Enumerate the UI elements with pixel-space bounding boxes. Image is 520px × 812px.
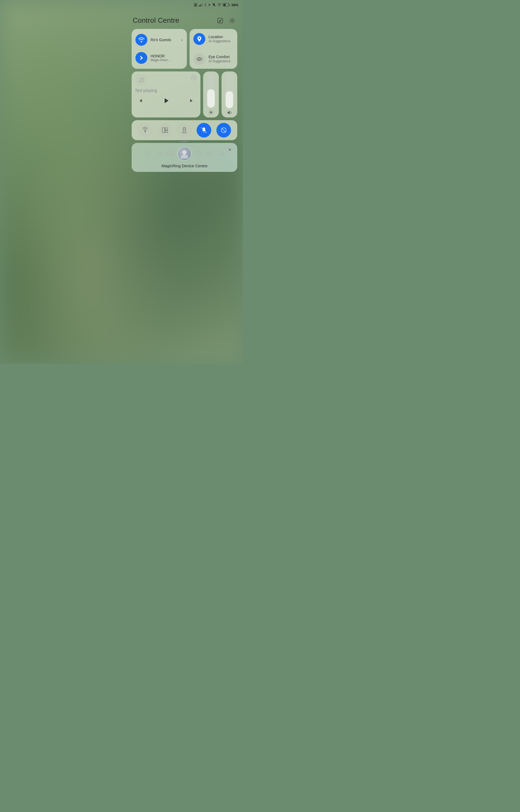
device-icon-2 [155, 149, 163, 158]
next-button[interactable] [188, 97, 196, 105]
bluetooth-item[interactable]: HONOR Magic-Penc... [135, 50, 183, 66]
wifi-item[interactable]: Ro's Guests ▸ [135, 32, 183, 48]
media-top [135, 75, 197, 86]
location-label: Location [209, 35, 231, 39]
cc-header-icons [216, 17, 236, 25]
wifi-status-icon [217, 3, 222, 6]
magic-ring-tile: ✕ [132, 143, 237, 172]
svg-rect-23 [165, 131, 167, 133]
magic-ring-devices [136, 147, 232, 161]
play-button[interactable] [162, 97, 170, 104]
brightness-slider-tile[interactable] [203, 72, 219, 117]
volume-slider-tile[interactable] [222, 72, 237, 117]
media-controls [135, 97, 197, 105]
svg-point-16 [142, 81, 143, 82]
svg-point-40 [221, 153, 222, 154]
volume-fill [226, 91, 233, 108]
eye-comfort-item[interactable]: Eye Comfort AI Suggestions [189, 49, 237, 69]
device-icon-5 [206, 149, 214, 158]
location-sublabel: AI Suggestions [209, 39, 231, 43]
location-label-group: Location AI Suggestions [209, 35, 231, 43]
svg-point-12 [141, 41, 142, 43]
magic-ring-label: MagicRing Device Centre [136, 164, 232, 168]
mute-icon [212, 3, 216, 7]
svg-point-13 [199, 37, 200, 39]
svg-point-14 [199, 58, 201, 60]
brightness-fill [207, 89, 215, 108]
bt-device-sublabel: Magic-Penc... [151, 58, 171, 62]
battery-percentage: 38% [231, 3, 238, 7]
mute-toggle[interactable] [197, 123, 211, 138]
device-icon-4 [194, 149, 203, 158]
location-item[interactable]: Location AI Suggestions [189, 29, 237, 49]
bluetooth-circle-icon [135, 52, 147, 64]
svg-point-37 [198, 155, 199, 156]
device-icon-3 [166, 149, 175, 158]
svg-point-11 [231, 20, 233, 21]
dnd-toggle[interactable] [216, 123, 231, 138]
bt-device-name: HONOR [151, 54, 171, 58]
settings-button[interactable] [228, 17, 236, 25]
svg-point-34 [182, 150, 187, 155]
svg-rect-31 [157, 152, 161, 155]
user-avatar [177, 147, 191, 161]
eye-comfort-label: Eye Comfort [209, 55, 231, 59]
status-icons: 38% [193, 3, 238, 7]
svg-point-30 [147, 155, 148, 156]
svg-rect-3 [200, 5, 201, 6]
svg-rect-1 [195, 4, 197, 6]
flashlight-indicator [180, 141, 188, 142]
cc-title: Control Centre [133, 16, 179, 25]
volume-track [226, 74, 233, 108]
control-centre-panel: Control Centre [132, 16, 237, 172]
edit-button[interactable] [216, 17, 224, 25]
svg-rect-21 [162, 128, 165, 133]
cc-top-row: Ro's Guests ▸ HONOR Magic-Penc... [132, 29, 237, 69]
device-icon-1 [143, 149, 152, 158]
brightness-track [207, 74, 215, 108]
svg-rect-32 [167, 152, 173, 156]
svg-rect-22 [165, 128, 167, 130]
svg-point-25 [184, 131, 185, 132]
svg-point-35 [181, 155, 188, 159]
svg-point-15 [139, 82, 140, 83]
hotspot-toggle[interactable] [138, 123, 153, 138]
sound-wave-icon [191, 75, 197, 81]
cc-header: Control Centre [132, 16, 237, 25]
battery-icon [223, 3, 230, 7]
location-circle-icon [193, 33, 205, 45]
music-note-icon [135, 75, 146, 86]
svg-rect-5 [202, 3, 203, 6]
sim-icon [193, 3, 198, 7]
cc-middle-row: Not playing [132, 72, 237, 117]
volume-icon [227, 110, 232, 115]
bt-label-group: HONOR Magic-Penc... [151, 54, 171, 62]
magic-ring-close-button[interactable]: ✕ [227, 146, 233, 153]
not-playing-label: Not playing [135, 88, 197, 93]
wifi-network-name: Ro's Guests [151, 38, 171, 42]
multi-window-toggle[interactable] [158, 123, 172, 138]
eye-circle-icon [193, 53, 205, 65]
status-bar: 38% [0, 0, 243, 10]
data-arrows-icon [204, 3, 207, 7]
eye-label-group: Eye Comfort AI Suggestions [209, 55, 231, 63]
wifi-bluetooth-tile: Ro's Guests ▸ HONOR Magic-Penc... [132, 29, 187, 69]
quick-toggles-row [132, 120, 237, 140]
eye-comfort-sublabel: AI Suggestions [209, 59, 231, 63]
signal-icon [199, 3, 203, 7]
svg-point-18 [210, 112, 212, 113]
brightness-icon [209, 110, 213, 115]
wifi-circle-icon [135, 34, 147, 46]
svg-rect-8 [229, 4, 230, 6]
prev-button[interactable] [136, 97, 144, 105]
flashlight-toggle[interactable] [177, 123, 192, 138]
media-tile: Not playing [132, 72, 201, 117]
wifi-arrow-icon: ▸ [181, 38, 183, 42]
wifi-label-group: Ro's Guests [151, 38, 171, 42]
svg-rect-9 [224, 4, 226, 6]
device-icon-6 [217, 149, 226, 158]
svg-rect-2 [199, 5, 200, 6]
svg-rect-4 [201, 4, 202, 6]
sliders-section [203, 72, 237, 117]
svg-rect-38 [208, 152, 212, 155]
